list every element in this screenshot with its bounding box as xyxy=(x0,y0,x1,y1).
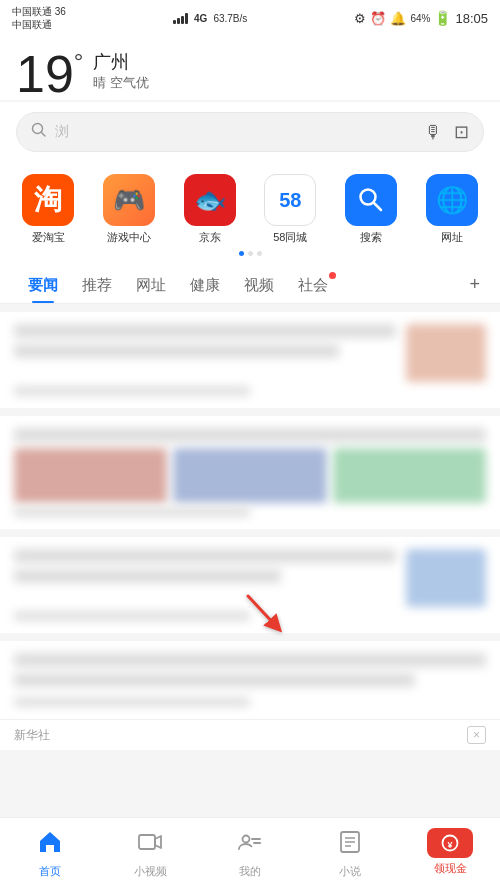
profile-label: 我的 xyxy=(239,864,261,879)
news-title-line-6 xyxy=(14,653,486,667)
news-row-1 xyxy=(14,324,486,382)
tab-shipin[interactable]: 视频 xyxy=(232,266,286,303)
news-meta-4 xyxy=(14,697,250,707)
dot-1 xyxy=(239,251,244,256)
nav-novel[interactable]: 小说 xyxy=(315,829,385,879)
jd-icon: 🐟 xyxy=(184,174,236,226)
arrow-indicator xyxy=(240,588,288,640)
game-icon: 🎮 xyxy=(103,174,155,226)
time-label: 18:05 xyxy=(455,11,488,26)
bottom-nav: 首页 小视频 我的 xyxy=(0,817,500,889)
search-icon xyxy=(31,122,47,142)
tab-add-button[interactable]: + xyxy=(465,266,484,303)
scan-icon[interactable]: ⊡ xyxy=(454,121,469,143)
header-section: 19 ° 广州 晴 空气优 xyxy=(0,36,500,100)
battery-icon: 🔋 xyxy=(434,10,451,26)
carrier-info: 中国联通 36 中国联通 xyxy=(12,5,66,31)
taobao-label: 爱淘宝 xyxy=(32,230,65,245)
search-bar-section: 浏 🎙 ⊡ xyxy=(0,102,500,164)
search-container[interactable]: 浏 🎙 ⊡ xyxy=(16,112,484,152)
news-item-4[interactable] xyxy=(0,641,500,719)
city-name: 广州 xyxy=(93,50,149,74)
page-indicator xyxy=(0,245,500,258)
news-tab-bar: 要闻 推荐 网址 健康 视频 社会 + xyxy=(0,266,500,304)
svg-line-1 xyxy=(42,133,46,137)
carrier1-label: 中国联通 36 xyxy=(12,5,66,18)
alarm-icon: ⏰ xyxy=(370,11,386,26)
clock-icon: 🔔 xyxy=(390,11,406,26)
temp-unit: ° xyxy=(74,48,84,76)
search-app-icon xyxy=(345,174,397,226)
tab-tuijian[interactable]: 推荐 xyxy=(70,266,124,303)
app-item-taobao[interactable]: 淘 爱淘宝 xyxy=(12,174,84,245)
home-label: 首页 xyxy=(39,864,61,879)
nav-profile[interactable]: 我的 xyxy=(215,829,285,879)
58city-icon: 58 xyxy=(264,174,316,226)
status-right: ⚙ ⏰ 🔔 64% 🔋 18:05 xyxy=(354,10,488,26)
profile-icon xyxy=(237,829,263,861)
tab-wangzhi[interactable]: 网址 xyxy=(124,266,178,303)
news-title-line-2 xyxy=(14,344,339,358)
news-title-line-4 xyxy=(14,549,396,563)
signal-bar-1 xyxy=(173,20,176,24)
nav-home[interactable]: 首页 xyxy=(15,829,85,879)
dot-3 xyxy=(257,251,262,256)
svg-line-5 xyxy=(248,596,276,626)
app-item-58[interactable]: 58 58同城 xyxy=(254,174,326,245)
news-item-1[interactable] xyxy=(0,312,500,408)
game-label: 游戏中心 xyxy=(107,230,151,245)
tab-list: 要闻 推荐 网址 健康 视频 社会 + xyxy=(16,266,484,303)
video-icon xyxy=(137,829,163,861)
app-item-game[interactable]: 🎮 游戏中心 xyxy=(93,174,165,245)
news-thumb-sm-1 xyxy=(14,448,167,503)
58city-label: 58同城 xyxy=(273,230,307,245)
news-meta-3 xyxy=(14,611,250,621)
signal-bar-3 xyxy=(181,16,184,24)
news-images-row xyxy=(14,448,486,503)
app-item-web[interactable]: 🌐 网址 xyxy=(416,174,488,245)
signal-bar-4 xyxy=(185,13,188,24)
cash-badge-icon: ¥ xyxy=(427,828,473,858)
weather-description: 晴 空气优 xyxy=(93,74,149,92)
signal-indicator xyxy=(173,12,188,24)
home-icon xyxy=(37,829,63,861)
app-item-search[interactable]: 搜索 xyxy=(335,174,407,245)
search-actions: 🎙 ⊡ xyxy=(424,121,469,143)
weather-row: 19 ° 广州 晴 空气优 xyxy=(16,48,484,100)
news-thumb-sm-2 xyxy=(173,448,326,503)
mic-icon[interactable]: 🎙 xyxy=(424,122,442,143)
taobao-icon: 淘 xyxy=(22,174,74,226)
news-text-4 xyxy=(14,653,486,693)
jd-label: 京东 xyxy=(199,230,221,245)
status-bar: 中国联通 36 中国联通 4G 63.7B/s ⚙ ⏰ 🔔 64% 🔋 18:0… xyxy=(0,0,500,36)
svg-rect-6 xyxy=(139,835,155,849)
nav-cash[interactable]: ¥ 领现金 xyxy=(415,832,485,876)
news-thumb-1 xyxy=(406,324,486,382)
news-item-2[interactable] xyxy=(0,416,500,529)
news-meta-1 xyxy=(14,386,250,396)
search-app-label: 搜索 xyxy=(360,230,382,245)
news-text-3 xyxy=(14,549,396,607)
news-meta-2 xyxy=(14,507,250,517)
city-weather: 广州 晴 空气优 xyxy=(93,50,149,92)
news-thumb-sm-3 xyxy=(333,448,486,503)
news-feed-section: 新华社 × xyxy=(0,312,500,750)
battery-percent: 64% xyxy=(410,13,430,24)
search-input[interactable]: 浏 xyxy=(55,123,416,141)
carrier2-label: 中国联通 xyxy=(12,18,66,31)
settings-icon: ⚙ xyxy=(354,11,366,26)
cash-label: 领现金 xyxy=(434,861,467,876)
tab-shehui[interactable]: 社会 xyxy=(286,266,340,303)
close-button[interactable]: × xyxy=(467,726,486,744)
temperature-display: 19 ° xyxy=(16,48,83,100)
app-item-jd[interactable]: 🐟 京东 xyxy=(174,174,246,245)
tab-dot-badge xyxy=(329,272,336,279)
news-text-1 xyxy=(14,324,396,382)
news-source: 新华社 xyxy=(14,727,50,744)
app-grid-section: 淘 爱淘宝 🎮 游戏中心 🐟 京东 58 58同城 xyxy=(0,164,500,266)
tab-jiankang[interactable]: 健康 xyxy=(178,266,232,303)
dot-2 xyxy=(248,251,253,256)
nav-video[interactable]: 小视频 xyxy=(115,829,185,879)
tab-yaowen[interactable]: 要闻 xyxy=(16,266,70,303)
video-label: 小视频 xyxy=(134,864,167,879)
